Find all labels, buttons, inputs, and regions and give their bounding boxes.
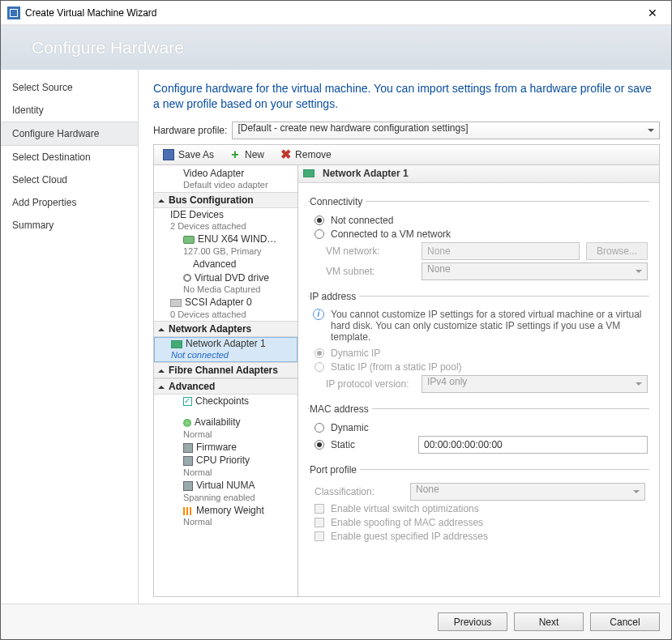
cancel-button[interactable]: Cancel: [590, 612, 660, 631]
nav-select-cloud[interactable]: Select Cloud: [1, 169, 138, 191]
remove-button[interactable]: ✖Remove: [276, 147, 335, 163]
app-icon: [7, 6, 20, 19]
previous-button[interactable]: Previous: [438, 612, 507, 631]
firmware-icon: [183, 443, 193, 453]
hardware-profile-label: Hardware profile:: [153, 125, 227, 136]
nav-summary[interactable]: Summary: [1, 214, 138, 237]
close-icon[interactable]: ✕: [640, 5, 665, 21]
checkbox-mac-spoof: [315, 518, 324, 527]
hardware-profile-select[interactable]: [Default - create new hardware configura…: [232, 122, 660, 139]
dvd-icon: [183, 274, 191, 282]
vm-network-label: VM network:: [326, 245, 415, 257]
tree-nic-1[interactable]: Network Adapter 1Not connected: [154, 337, 297, 362]
radio-dynamic-ip: [315, 348, 324, 358]
properties-title: Network Adapter 1: [323, 168, 409, 179]
radio-mac-dynamic[interactable]: [315, 423, 324, 433]
tree-scsi[interactable]: SCSI Adapter 0: [185, 297, 252, 308]
tree-availability[interactable]: Availability: [195, 416, 240, 428]
group-bus-config[interactable]: Bus Configuration: [154, 192, 297, 208]
new-button[interactable]: +New: [225, 147, 268, 163]
tree-cpu-priority[interactable]: CPU Priority: [196, 454, 250, 466]
next-button[interactable]: Next: [514, 612, 584, 631]
page-title: Configure Hardware: [32, 38, 184, 58]
wizard-footer: Previous Next Cancel: [1, 604, 671, 639]
plus-icon: +: [229, 148, 242, 161]
nav-configure-hardware[interactable]: Configure Hardware: [1, 122, 138, 146]
mac-address-input[interactable]: [418, 436, 648, 454]
tree-dvd[interactable]: Virtual DVD drive: [195, 272, 269, 284]
tree-memory-weight[interactable]: Memory Weight: [196, 505, 264, 516]
nic-icon: [303, 169, 315, 177]
tree-video-adapter[interactable]: Video Adapter: [183, 168, 244, 179]
memory-icon: [183, 507, 193, 515]
connectivity-legend: Connectivity: [310, 196, 366, 207]
mac-legend: MAC address: [310, 403, 372, 415]
scsi-icon: [170, 299, 182, 307]
vm-network-input: [422, 242, 580, 260]
browse-button: Browse...: [586, 242, 648, 260]
numa-icon: [183, 481, 193, 491]
nav-identity[interactable]: Identity: [1, 99, 138, 122]
group-fibre-channel[interactable]: Fibre Channel Adapters: [154, 362, 297, 378]
ip-hint: You cannot customize IP settings for a s…: [331, 309, 648, 343]
group-advanced[interactable]: Advanced: [154, 378, 297, 395]
nav-add-properties[interactable]: Add Properties: [1, 191, 138, 214]
ip-legend: IP address: [310, 291, 359, 302]
nic-icon: [171, 340, 182, 348]
ip-proto-label: IP protocol version:: [326, 378, 415, 390]
title-bar: Create Virtual Machine Wizard ✕: [1, 1, 671, 25]
radio-static-ip: [315, 362, 324, 372]
x-icon: ✖: [279, 148, 292, 161]
wizard-window: Create Virtual Machine Wizard ✕ Configur…: [0, 0, 672, 640]
save-as-button[interactable]: Save As: [159, 147, 217, 163]
ip-proto-select: IPv4 only: [422, 375, 648, 393]
vm-subnet-label: VM subnet:: [326, 266, 415, 277]
availability-icon: [183, 419, 191, 427]
wizard-header: Configure Hardware: [1, 25, 671, 70]
tree-ide-devices[interactable]: IDE Devices: [170, 209, 224, 220]
cpu-icon: [183, 456, 193, 466]
nav-select-source[interactable]: Select Source: [1, 76, 138, 99]
hardware-toolbar: Save As +New ✖Remove: [153, 144, 660, 165]
vm-subnet-select: None: [422, 262, 648, 280]
disk-icon: [183, 236, 195, 244]
tree-disk-advanced[interactable]: Advanced: [193, 258, 236, 270]
checkbox-guest-ip: [315, 531, 324, 541]
save-icon: [162, 148, 175, 161]
checkpoints-icon: [183, 397, 192, 406]
info-icon: i: [313, 309, 324, 320]
radio-connected[interactable]: [315, 229, 324, 239]
wizard-nav: Select Source Identity Configure Hardwar…: [1, 70, 139, 604]
hardware-profile-value: [Default - create new hardware configura…: [238, 122, 468, 134]
properties-header: Network Adapter 1: [298, 165, 659, 183]
nav-select-destination[interactable]: Select Destination: [1, 146, 138, 169]
tree-firmware[interactable]: Firmware: [196, 442, 237, 453]
classification-label: Classification:: [315, 486, 404, 497]
checkbox-vswitch-opt: [315, 504, 324, 514]
group-network-adapters[interactable]: Network Adapters: [154, 321, 297, 337]
window-title: Create Virtual Machine Wizard: [25, 7, 640, 19]
radio-not-connected[interactable]: [315, 215, 324, 225]
tree-virtual-numa[interactable]: Virtual NUMA: [196, 480, 255, 491]
radio-mac-static[interactable]: [315, 440, 324, 450]
port-profile-legend: Port profile: [310, 464, 360, 476]
intro-text: Configure hardware for the virtual machi…: [153, 81, 660, 112]
tree-checkpoints[interactable]: Checkpoints: [195, 395, 249, 407]
tree-disk[interactable]: ENU X64 WIND…: [198, 233, 276, 245]
classification-select: None: [410, 483, 645, 501]
hardware-tree[interactable]: Video AdapterDefault video adapter Bus C…: [154, 165, 298, 596]
